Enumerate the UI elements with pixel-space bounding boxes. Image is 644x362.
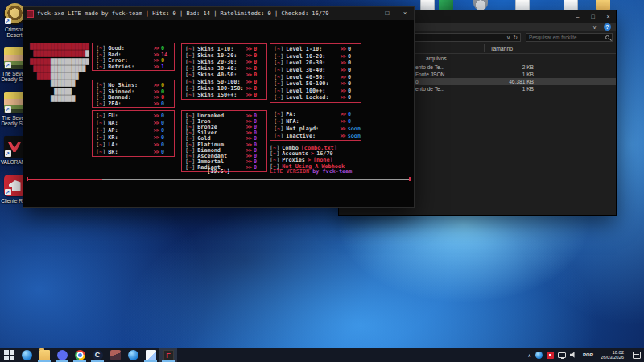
stat-prefix-icon: [~] <box>185 92 195 98</box>
skins-count-box: [~]Skins 1-10:>>0[~]Skins 10-20:>>0[~]Sk… <box>181 43 267 100</box>
stat-value: 0 <box>161 127 174 134</box>
stat-value: 0 <box>254 85 266 92</box>
taskbar-discord-button[interactable] <box>53 348 71 362</box>
stat-row: [~]Not playd:>>soon <box>274 125 361 133</box>
stat-prefix-icon: [~] <box>274 88 283 94</box>
stat-label: Skins 50-100: <box>197 79 244 85</box>
stat-arrow: >> <box>341 46 345 52</box>
volume-icon[interactable] <box>570 352 577 359</box>
stat-prefix-icon: [~] <box>274 67 283 73</box>
taskbar-app-c-button[interactable]: C <box>89 348 106 362</box>
language-indicator[interactable]: POR <box>581 352 595 357</box>
stat-arrow: >> <box>341 60 345 66</box>
explorer-minimize-button[interactable]: – <box>570 10 585 23</box>
file-name-fragment: o <box>415 78 419 85</box>
taskbar-start-button[interactable] <box>0 348 18 362</box>
stat-label: Level 50-100: <box>286 80 338 87</box>
taskbar-app-swoosh-1-button[interactable] <box>18 348 35 362</box>
stat-value: 0 <box>161 134 174 141</box>
stat-value: 0 <box>348 46 361 52</box>
stat-value: soon <box>348 125 361 132</box>
stat-row: [~]Level 10-20:>>0 <box>274 53 361 60</box>
console-close-button[interactable]: × <box>396 7 414 20</box>
stat-prefix-icon: [~] <box>274 53 283 60</box>
stat-label: Level Locked: <box>286 94 338 101</box>
stat-arrow: >> <box>341 88 345 94</box>
checker-app-icon: F <box>163 350 174 360</box>
console-app-icon <box>27 10 34 18</box>
ascii-logo-line: █████████████ <box>30 80 89 87</box>
network-icon[interactable] <box>558 352 566 358</box>
search-input[interactable] <box>529 35 605 40</box>
stat-value: 0 <box>161 113 174 119</box>
stat-prefix-icon: [~] <box>185 79 195 85</box>
stat-value: 0 <box>348 111 361 117</box>
taskbar-file-explorer-button[interactable] <box>35 348 53 362</box>
refresh-icon[interactable]: ↻ <box>513 35 518 41</box>
file-name-fragment: ento de Te... <box>415 85 444 93</box>
file-group-label: arquivos <box>426 56 447 61</box>
help-icon[interactable]: ? <box>604 23 611 31</box>
file-size: 1 KB <box>484 71 534 78</box>
stat-label: AP: <box>108 127 151 134</box>
stat-prefix-icon: [~] <box>185 46 195 52</box>
stat-label: BR: <box>108 149 151 155</box>
stat-row: [~]Skins 10-20:>>0 <box>185 52 266 59</box>
stat-row: [~]Skins 100-150:>>0 <box>185 85 266 92</box>
stat-label: Level 20-30: <box>286 60 338 66</box>
stat-value: 0 <box>254 65 266 72</box>
stat-arrow: >> <box>340 125 345 132</box>
tray-checker-icon[interactable] <box>547 352 554 359</box>
hidden-icons-chevron-icon[interactable]: ∧ <box>528 352 531 358</box>
chrome-icon <box>75 350 85 360</box>
stat-value: 0 <box>348 118 361 125</box>
ribbon-expand-chevron-icon[interactable]: ∨ <box>592 23 597 31</box>
stat-row: [~]Level 50-100:>>0 <box>274 80 361 88</box>
taskbar-notebook-button[interactable] <box>142 348 159 362</box>
tray-app-icon[interactable] <box>535 352 543 359</box>
stat-label: Skins 100-150: <box>197 85 244 92</box>
notebook-icon <box>146 350 156 360</box>
search-icon[interactable] <box>605 35 609 39</box>
console-body: ████████████████████████████████████████… <box>23 20 414 208</box>
stat-arrow: >> <box>246 59 251 65</box>
file-size: 1 KB <box>484 85 534 93</box>
stat-value: 0 <box>348 67 361 73</box>
file-explorer-icon <box>39 350 50 360</box>
shortcut-arrow-icon: ↗ <box>5 106 11 113</box>
results-box: [~]Good:>>0[~]Bad:>>14[~]Error:>>0[~]Ret… <box>92 43 175 71</box>
stat-label: NA: <box>108 120 151 126</box>
action-center-icon[interactable] <box>633 352 641 359</box>
stat-label: KR: <box>108 134 151 141</box>
skins-status-box: [~]No Skins:>>0[~]Skinned:>>0[~]Banned:>… <box>92 80 175 108</box>
taskbar-checker-app-button[interactable]: F <box>159 348 177 362</box>
stat-label: Level 100++: <box>286 88 338 94</box>
explorer-maximize-button[interactable]: □ <box>585 10 601 23</box>
explorer-close-button[interactable]: × <box>601 10 616 23</box>
stat-arrow: >> <box>154 149 159 155</box>
stat-label: Skins 1-10: <box>197 46 244 52</box>
file-size: 46.381 KB <box>484 78 534 85</box>
taskbar-riot-client-tb-button[interactable] <box>106 348 124 362</box>
riot-client-tb-icon <box>110 350 121 360</box>
stat-row: [~]Level 30-40:>>0 <box>274 67 361 74</box>
stat-row: [~]BR:>>0 <box>96 148 174 155</box>
stat-prefix-icon: [~] <box>274 94 283 101</box>
column-divider <box>539 44 539 52</box>
stat-label: Skins 30-40: <box>197 65 244 72</box>
stat-label: Skins 20-30: <box>197 59 244 65</box>
column-header-size[interactable]: Tamanho <box>490 46 513 51</box>
clock[interactable]: 18:02 26/03/2026 <box>599 350 625 360</box>
shortcut-arrow-icon: ↗ <box>5 189 11 195</box>
stat-label: Level 10-20: <box>286 53 338 60</box>
stat-arrow: >> <box>341 53 345 60</box>
console-maximize-button[interactable]: □ <box>378 7 396 20</box>
stat-arrow: >> <box>154 134 159 141</box>
address-dropdown-icon[interactable]: ∨ <box>506 35 510 41</box>
stat-row: [~]AP:>>0 <box>96 127 174 134</box>
taskbar-app-swoosh-2-button[interactable] <box>124 348 142 362</box>
taskbar-app-icons: CF <box>0 348 177 362</box>
taskbar-chrome-button[interactable] <box>71 348 89 362</box>
stat-row: [~]Skins 20-30:>>0 <box>185 59 266 65</box>
console-minimize-button[interactable]: – <box>361 7 378 20</box>
